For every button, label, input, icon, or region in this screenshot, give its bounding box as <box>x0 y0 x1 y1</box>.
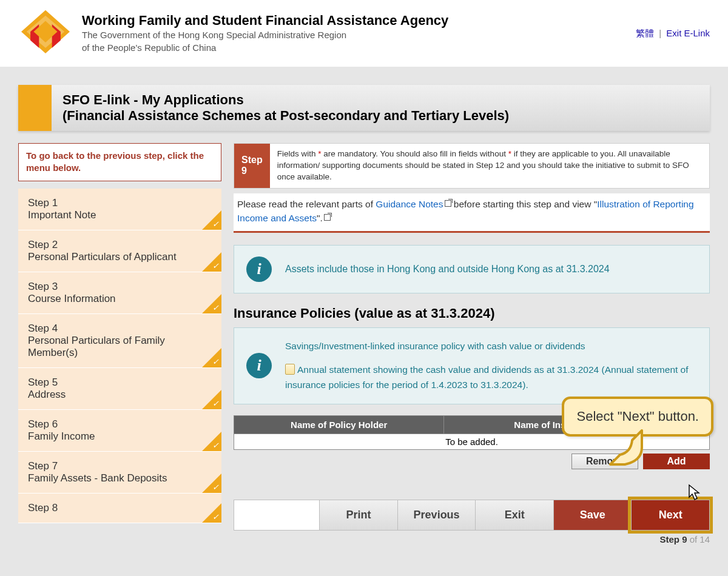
document-icon <box>285 364 295 375</box>
sidebar-hint: To go back to the previous step, click t… <box>18 143 221 181</box>
callout-tail-icon <box>607 429 643 466</box>
print-button[interactable]: Print <box>319 500 397 530</box>
insurance-line2-wrap: Annual statement showing the cash value … <box>285 363 697 393</box>
checkmark-icon: ✓ <box>212 483 219 492</box>
external-link-icon <box>324 214 331 221</box>
agency-sub2: of the People's Republic of China <box>82 41 448 54</box>
sidebar: To go back to the previous step, click t… <box>18 143 221 557</box>
page-title-bar: SFO E-link - My Applications (Financial … <box>18 85 710 131</box>
step-num: Step 1 <box>28 197 212 209</box>
table-header-policy-holder: Name of Policy Holder <box>234 415 444 434</box>
guidance-mid: before starting this step and view " <box>451 199 598 209</box>
step-num: Step 4 <box>28 323 212 335</box>
sidebar-step-4[interactable]: Step 4Personal Particulars of Family Mem… <box>18 314 221 368</box>
pager-current: Step 9 <box>659 534 687 544</box>
pager: Step 9 of 14 <box>234 531 710 557</box>
header-left: Working Family and Student Financial Ass… <box>18 9 448 58</box>
sidebar-step-1[interactable]: Step 1Important Note✓ <box>18 189 221 230</box>
info-icon: i <box>246 353 272 378</box>
page-title-line2: (Financial Assistance Schemes at Post-se… <box>62 108 699 124</box>
step-banner: Step 9 Fields with * are mandatory. You … <box>234 143 710 189</box>
info-message: Assets include those in Hong Kong and ou… <box>285 264 610 275</box>
next-button[interactable]: Next <box>631 500 709 530</box>
checkmark-icon: ✓ <box>212 441 219 450</box>
sidebar-step-6[interactable]: Step 6Family Income✓ <box>18 410 221 452</box>
insurance-line2: Annual statement showing the cash value … <box>285 364 689 390</box>
separator: | <box>659 28 661 38</box>
step-banner-badge: Step 9 <box>234 144 270 188</box>
section-heading: Insurance Policies (value as at 31.3.202… <box>234 306 710 321</box>
step-label: Personal Particulars of Applicant <box>28 251 212 263</box>
lang-switch-link[interactable]: 繁體 <box>636 28 654 38</box>
checkmark-icon: ✓ <box>212 512 219 521</box>
insurance-body: Savings/Investment-linked insurance poli… <box>285 339 697 392</box>
guidance-post: ". <box>317 213 323 223</box>
insurance-line1: Savings/Investment-linked insurance poli… <box>285 339 697 354</box>
external-link-icon <box>445 200 451 207</box>
step-label: Course Information <box>28 293 212 305</box>
add-button[interactable]: Add <box>643 454 710 469</box>
page-title-line1: SFO E-link - My Applications <box>62 92 699 108</box>
checkmark-icon: ✓ <box>212 399 219 408</box>
step-label: Family Income <box>28 430 212 443</box>
step-num: Step 7 <box>28 460 212 472</box>
checkmark-icon: ✓ <box>212 261 219 270</box>
checkmark-icon: ✓ <box>212 303 219 312</box>
step-num: Step 5 <box>28 377 212 389</box>
step-banner-text: Fields with * are mandatory. You should … <box>270 144 709 188</box>
main-content: Step 9 Fields with * are mandatory. You … <box>234 143 710 557</box>
sidebar-step-7[interactable]: Step 7Family Assets - Bank Deposits✓ <box>18 452 221 494</box>
checkmark-icon: ✓ <box>212 357 219 366</box>
guidance-notes-link[interactable]: Guidance Notes <box>376 199 451 209</box>
info-callout-assets: i Assets include those in Hong Kong and … <box>234 245 710 293</box>
exit-button[interactable]: Exit <box>475 500 553 530</box>
step-num: Step 3 <box>28 281 212 293</box>
page-title-accent <box>18 85 52 131</box>
step-num: Step 2 <box>28 239 212 251</box>
checkmark-icon: ✓ <box>212 219 219 229</box>
pager-total: of 14 <box>687 534 710 544</box>
step-num: Step 6 <box>28 418 212 430</box>
app-header: Working Family and Student Financial Ass… <box>0 0 728 67</box>
insurance-callout: i Savings/Investment-linked insurance po… <box>234 327 710 404</box>
header-links: 繁體 | Exit E-Link <box>636 28 710 39</box>
footer-spacer <box>234 500 319 530</box>
step-label: Personal Particulars of Family Member(s) <box>28 335 212 359</box>
previous-button[interactable]: Previous <box>397 500 476 530</box>
step-label: Address <box>28 389 212 401</box>
step-label: Important Note <box>28 209 212 221</box>
agency-logo-icon <box>18 9 73 58</box>
page-title-text: SFO E-link - My Applications (Financial … <box>52 85 710 131</box>
guidance-text: Please read the relevant parts of Guidan… <box>234 193 710 233</box>
banner-text-before: Fields with <box>277 149 318 158</box>
footer-bar: Print Previous Exit Save Next <box>234 500 710 531</box>
sidebar-step-3[interactable]: Step 3Course Information✓ <box>18 272 221 314</box>
step-label: Family Assets - Bank Deposits <box>28 472 212 484</box>
exit-elink-link[interactable]: Exit E-Link <box>666 28 710 38</box>
sidebar-step-2[interactable]: Step 2Personal Particulars of Applicant✓ <box>18 230 221 272</box>
step-num: Step 8 <box>28 502 212 514</box>
header-text: Working Family and Student Financial Ass… <box>82 13 448 54</box>
guidance-pre: Please read the relevant parts of <box>237 199 376 209</box>
save-button[interactable]: Save <box>553 500 632 530</box>
agency-title: Working Family and Student Financial Ass… <box>82 13 448 28</box>
next-button-label: Next <box>659 509 682 521</box>
info-icon: i <box>246 256 272 282</box>
agency-sub1: The Government of the Hong Kong Special … <box>82 28 448 41</box>
banner-text-mid: are mandatory. You should also fill in f… <box>321 149 508 158</box>
instruction-text: Select "Next" button. <box>576 409 699 424</box>
sidebar-step-8[interactable]: Step 8✓ <box>18 494 221 523</box>
sidebar-step-5[interactable]: Step 5Address✓ <box>18 368 221 410</box>
